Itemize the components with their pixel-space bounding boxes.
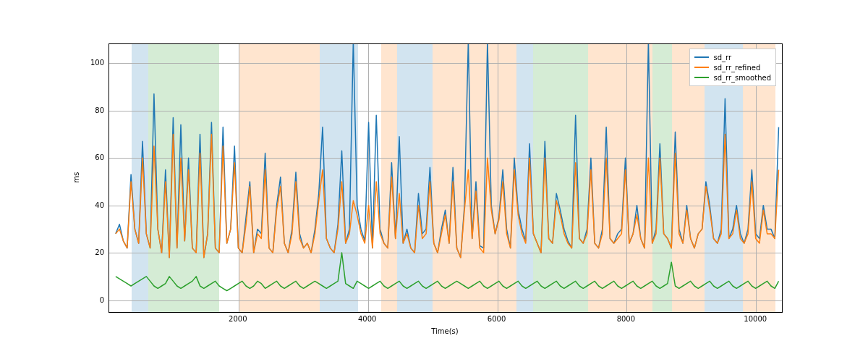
- x-tick-label: 8000: [617, 315, 635, 323]
- series-sd_rr_refined: [116, 134, 779, 257]
- x-tick-label: 2000: [229, 315, 247, 323]
- plot-area: sd_rrsd_rr_refinedsd_rr_smoothed: [109, 43, 783, 313]
- y-tick-label: 0: [100, 295, 104, 303]
- legend-label: sd_rr_refined: [713, 64, 760, 72]
- legend-swatch: [694, 77, 709, 78]
- y-tick-label: 40: [95, 201, 104, 209]
- figure: sd_rrsd_rr_refinedsd_rr_smoothed 2000400…: [0, 0, 868, 362]
- legend-entry: sd_rr: [694, 52, 771, 62]
- legend-entry: sd_rr_smoothed: [694, 72, 771, 83]
- legend-label: sd_rr: [713, 54, 731, 62]
- legend: sd_rrsd_rr_refinedsd_rr_smoothed: [689, 49, 776, 86]
- x-tick-label: 6000: [488, 315, 506, 323]
- x-axis-label: Time(s): [431, 327, 459, 335]
- series-sd_rr_smoothed: [116, 253, 779, 290]
- y-tick-label: 80: [95, 106, 104, 114]
- line-plot-svg: [109, 44, 782, 312]
- x-tick-label: 10000: [744, 315, 767, 323]
- y-tick-label: 100: [90, 59, 104, 67]
- y-tick-label: 60: [95, 153, 104, 161]
- legend-entry: sd_rr_refined: [694, 62, 771, 72]
- legend-swatch: [694, 67, 709, 68]
- legend-label: sd_rr_smoothed: [713, 74, 771, 82]
- legend-swatch: [694, 56, 709, 58]
- y-tick-label: 20: [95, 248, 104, 256]
- y-axis-label: ms: [72, 172, 80, 183]
- x-tick-label: 4000: [358, 315, 376, 323]
